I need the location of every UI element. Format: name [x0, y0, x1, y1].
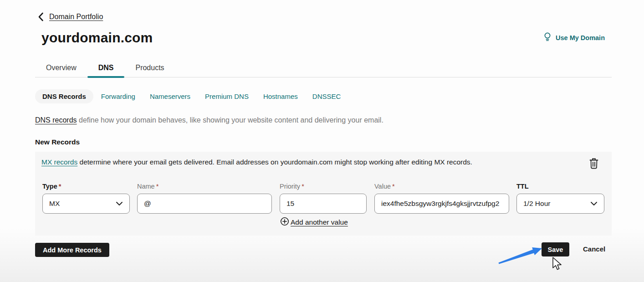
- use-my-domain-button[interactable]: Use My Domain: [543, 32, 605, 43]
- cancel-button[interactable]: Cancel: [583, 245, 605, 253]
- subtab-nameservers[interactable]: Nameservers: [150, 92, 190, 100]
- trash-icon: [588, 158, 599, 171]
- field-name: Name*: [137, 183, 272, 214]
- subtab-premium-dns[interactable]: Premium DNS: [205, 92, 249, 100]
- value-label: Value: [374, 183, 391, 190]
- new-record-panel: MX records determine where your email ge…: [35, 152, 612, 236]
- chevron-down-icon: [590, 200, 598, 208]
- annotation-arrow: [474, 241, 547, 269]
- delete-record-button[interactable]: [587, 157, 601, 171]
- dns-subtabs: DNS Records Forwarding Nameservers Premi…: [35, 89, 341, 103]
- subtab-dns-records[interactable]: DNS Records: [35, 89, 93, 103]
- required-asterisk: *: [392, 183, 395, 190]
- tab-overview[interactable]: Overview: [35, 58, 87, 77]
- add-more-records-button[interactable]: Add More Records: [35, 243, 109, 257]
- value-input[interactable]: [381, 200, 502, 208]
- mx-records-link[interactable]: MX records: [41, 158, 77, 166]
- chevron-down-icon: [116, 200, 123, 208]
- tab-dns[interactable]: DNS: [87, 58, 125, 77]
- mx-warning-note: MX records determine where your email ge…: [41, 158, 472, 166]
- subtab-forwarding[interactable]: Forwarding: [101, 92, 135, 100]
- back-link-label[interactable]: Domain Portfolio: [49, 13, 103, 21]
- ttl-label: TTL: [516, 183, 529, 190]
- name-label: Name: [137, 183, 155, 190]
- main-tabs: Overview DNS Products: [35, 58, 612, 77]
- circle-plus-icon: [280, 217, 289, 228]
- required-asterisk: *: [156, 183, 159, 190]
- type-label: Type: [42, 183, 57, 190]
- lightbulb-icon: [543, 32, 552, 43]
- page-title: yourdomain.com: [41, 30, 153, 46]
- chevron-left-icon: [38, 12, 44, 21]
- use-my-domain-label: Use My Domain: [556, 34, 605, 41]
- type-select[interactable]: MX: [42, 194, 130, 214]
- field-type: Type* MX: [42, 183, 130, 214]
- subtab-hostnames[interactable]: Hostnames: [263, 92, 298, 100]
- field-priority: Priority*: [280, 183, 367, 214]
- field-value: Value*: [374, 183, 509, 214]
- required-asterisk: *: [302, 183, 304, 190]
- dns-records-link[interactable]: DNS records: [35, 116, 77, 124]
- back-navigation[interactable]: Domain Portfolio: [38, 12, 103, 21]
- priority-label: Priority: [280, 183, 300, 190]
- subtab-dnssec[interactable]: DNSSEC: [312, 92, 341, 100]
- ttl-select[interactable]: 1/2 Hour: [516, 194, 604, 214]
- dns-description: DNS records define how your domain behav…: [35, 116, 383, 124]
- name-input[interactable]: [144, 200, 265, 208]
- add-another-value-label: Add another value: [291, 218, 348, 226]
- new-records-heading: New Records: [35, 138, 80, 146]
- add-another-value-button[interactable]: Add another value: [280, 217, 348, 228]
- required-asterisk: *: [59, 183, 61, 190]
- tab-products[interactable]: Products: [124, 58, 175, 77]
- mouse-cursor: [552, 256, 562, 271]
- priority-input[interactable]: [286, 200, 360, 208]
- save-button[interactable]: Save: [542, 242, 569, 256]
- field-ttl: TTL 1/2 Hour: [516, 183, 604, 214]
